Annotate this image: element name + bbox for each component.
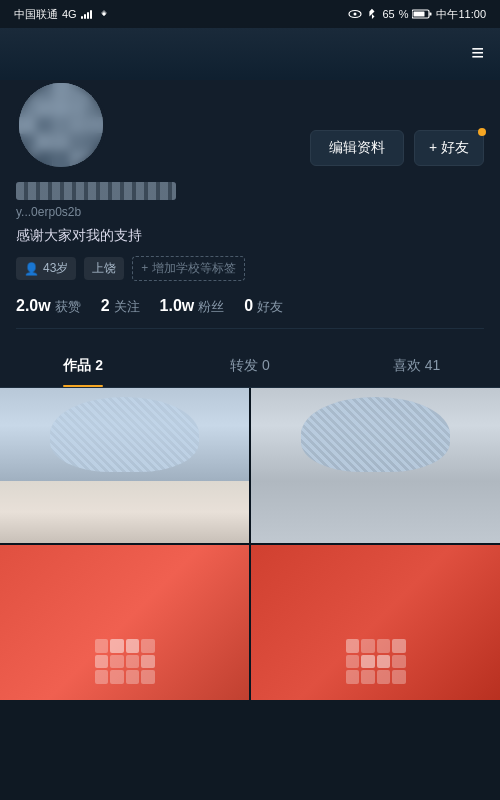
body-area-1 — [0, 481, 249, 543]
status-left: 中国联通 4G — [14, 7, 112, 22]
hamburger-menu-button[interactable]: ≡ — [471, 40, 484, 66]
grid-item-2[interactable] — [251, 388, 500, 543]
person-icon: 👤 — [24, 262, 39, 276]
bio-text: 感谢大家对我的支持 — [16, 225, 484, 246]
stat-friends[interactable]: 0 好友 — [244, 297, 283, 316]
profile-buttons: 编辑资料 + 好友 — [120, 130, 484, 170]
location-tag: 上饶 — [84, 257, 124, 280]
svg-rect-4 — [414, 12, 425, 17]
carrier-text: 中国联通 — [14, 7, 58, 22]
likes-count: 2.0w — [16, 297, 51, 315]
grid-item-3[interactable] — [0, 545, 249, 700]
fans-count: 1.0w — [160, 297, 195, 315]
following-count: 2 — [101, 297, 110, 315]
profile-top-row: 编辑资料 + 好友 — [16, 80, 484, 170]
face-area-2 — [251, 388, 500, 481]
battery-icon — [412, 9, 432, 19]
friends-label: 好友 — [257, 298, 283, 316]
avatar — [16, 80, 106, 170]
status-right: 65 % 中午11:00 — [348, 7, 486, 22]
tab-works[interactable]: 作品 2 — [0, 345, 167, 387]
tab-repost[interactable]: 转发 0 — [167, 345, 334, 387]
tags-row: 👤 43岁 上饶 + 增加学校等标签 — [16, 256, 484, 281]
grid-item-4[interactable] — [251, 545, 500, 700]
face-blur-2 — [301, 397, 450, 471]
status-bar: 中国联通 4G 65 % 中午11:00 — [0, 0, 500, 28]
wifi-icon — [96, 9, 112, 19]
username-id: y...0erp0s2b — [16, 205, 484, 219]
location-label: 上饶 — [92, 260, 116, 277]
grid-item-2-image — [251, 388, 500, 543]
battery-level: 65 — [382, 8, 394, 20]
age-tag: 👤 43岁 — [16, 257, 76, 280]
svg-point-1 — [354, 13, 357, 16]
tab-likes[interactable]: 喜欢 41 — [333, 345, 500, 387]
tabs-bar: 作品 2 转发 0 喜欢 41 — [0, 345, 500, 388]
avatar-image — [19, 83, 103, 167]
following-label: 关注 — [114, 298, 140, 316]
username-area: y...0erp0s2b — [16, 182, 484, 219]
profile-section: 编辑资料 + 好友 y...0erp0s2b 感谢大家对我的支持 👤 43岁 上… — [0, 80, 500, 345]
fans-label: 粉丝 — [198, 298, 224, 316]
stats-row: 2.0w 获赞 2 关注 1.0w 粉丝 0 好友 — [16, 297, 484, 329]
signal-bars — [81, 9, 92, 19]
pixel-face-3 — [95, 639, 155, 684]
likes-label: 获赞 — [55, 298, 81, 316]
content-grid — [0, 388, 500, 700]
stat-likes: 2.0w 获赞 — [16, 297, 81, 316]
body-area-2 — [251, 481, 500, 543]
grid-item-1-image — [0, 388, 249, 543]
svg-rect-3 — [430, 13, 432, 16]
avatar-wrapper — [16, 80, 106, 170]
pixel-face-4 — [346, 639, 406, 684]
face-area-1 — [0, 388, 249, 481]
network-type: 4G — [62, 8, 77, 20]
battery-suffix: % — [399, 8, 409, 20]
eye-icon — [348, 9, 362, 19]
friends-count: 0 — [244, 297, 253, 315]
grid-item-3-image — [0, 545, 249, 700]
edit-profile-button[interactable]: 编辑资料 — [310, 130, 404, 166]
username-display — [16, 182, 176, 200]
avatar-pixelated — [19, 83, 103, 167]
age-label: 43岁 — [43, 260, 68, 277]
face-blur-1 — [50, 397, 199, 471]
notification-dot — [478, 128, 486, 136]
time-display: 中午11:00 — [436, 7, 486, 22]
add-friend-button[interactable]: + 好友 — [414, 130, 484, 166]
grid-item-4-image — [251, 545, 500, 700]
bluetooth-icon — [366, 8, 378, 20]
grid-item-1[interactable] — [0, 388, 249, 543]
stat-fans[interactable]: 1.0w 粉丝 — [160, 297, 225, 316]
stat-following[interactable]: 2 关注 — [101, 297, 140, 316]
add-tags-button[interactable]: + 增加学校等标签 — [132, 256, 244, 281]
